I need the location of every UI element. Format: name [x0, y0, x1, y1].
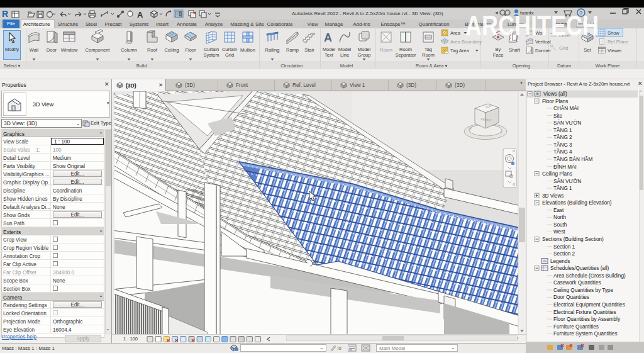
svg-text:Tag: Tag	[425, 47, 432, 52]
svg-text:Mullion: Mullion	[240, 47, 255, 53]
svg-text:North: North	[553, 215, 566, 220]
svg-text:Model: Model	[358, 47, 371, 52]
svg-text:TẦNG 3: TẦNG 3	[553, 142, 572, 148]
svg-text:Separator: Separator	[396, 52, 416, 58]
svg-text:Electrical Fixture Quantities: Electrical Fixture Quantities	[553, 310, 616, 315]
svg-text:Elevations (Building Elevation: Elevations (Building Elevation)	[542, 200, 612, 206]
svg-text:CHÂN MÁI: CHÂN MÁI	[553, 105, 579, 111]
svg-text:By: By	[496, 47, 501, 52]
svg-text:Room: Room	[422, 52, 435, 58]
svg-text:TẦNG 2: TẦNG 2	[553, 134, 572, 140]
svg-text:Column: Column	[121, 47, 137, 53]
svg-text:Tag Area: Tag Area	[450, 48, 469, 53]
svg-text:Model: Model	[338, 47, 352, 52]
svg-text:3D Views: 3D Views	[542, 193, 564, 199]
svg-text:Model: Model	[323, 47, 336, 52]
svg-text:Face: Face	[493, 52, 504, 58]
svg-text:Grid: Grid	[225, 52, 234, 58]
svg-text:Floor: Floor	[185, 47, 196, 53]
svg-text:R: R	[2, 9, 8, 18]
svg-text:Floor Quantities by Assembly: Floor Quantities by Assembly	[553, 317, 621, 322]
svg-text:Curtain: Curtain	[222, 47, 237, 52]
svg-text:Area: Area	[450, 30, 461, 36]
svg-text:Legends: Legends	[550, 259, 570, 264]
svg-text:Casework Quantities: Casework Quantities	[553, 280, 601, 286]
svg-text:Component: Component	[86, 47, 111, 53]
svg-text:Door Quantities: Door Quantities	[553, 294, 589, 300]
svg-text:Floor Plans: Floor Plans	[542, 99, 568, 104]
svg-text:Ceiling Quantities by Type: Ceiling Quantities by Type	[553, 288, 613, 293]
svg-text:A: A	[324, 31, 332, 44]
svg-text:Views (all): Views (all)	[543, 91, 567, 97]
svg-text:South: South	[553, 222, 567, 228]
svg-text:Furniture System Quantities: Furniture System Quantities	[553, 331, 617, 337]
svg-text:TẦNG 4: TẦNG 4	[553, 148, 572, 155]
svg-text:Ceiling Plans: Ceiling Plans	[542, 171, 572, 177]
svg-text:East: East	[553, 208, 564, 213]
svg-text:Section 1: Section 1	[553, 244, 575, 250]
svg-text:Viewer: Viewer	[608, 48, 622, 53]
svg-text:Grid: Grid	[559, 45, 568, 51]
svg-text:Group: Group	[358, 52, 371, 58]
svg-text:TẦNG 1: TẦNG 1	[553, 185, 572, 191]
svg-text:Window: Window	[61, 47, 78, 53]
svg-text:Ramp: Ramp	[286, 47, 299, 53]
svg-text:Electrical Equipment Quantitie: Electrical Equipment Quantities	[553, 302, 625, 308]
svg-text:Set: Set	[584, 47, 591, 53]
svg-text:Ref Plane: Ref Plane	[608, 39, 628, 45]
svg-text:TẦNG 1: TẦNG 1	[553, 127, 572, 133]
svg-text:West: West	[553, 229, 565, 235]
svg-text:System: System	[203, 52, 219, 58]
svg-text:A: A	[137, 10, 143, 18]
svg-text:Schedules/Quantities (all): Schedules/Quantities (all)	[550, 266, 609, 271]
svg-text:Room: Room	[380, 47, 392, 53]
svg-text:W: W	[469, 126, 472, 130]
svg-text:TẦNG BÁN HẦM: TẦNG BÁN HẦM	[553, 156, 593, 162]
svg-text:Roof: Roof	[147, 47, 158, 53]
svg-text:Stair: Stair	[304, 47, 314, 53]
svg-text:Text: Text	[325, 52, 334, 58]
svg-text:Curtain: Curtain	[204, 47, 219, 52]
svg-text:Railing: Railing	[265, 47, 280, 53]
svg-text:Section 2: Section 2	[553, 251, 575, 257]
svg-text:Dormer: Dormer	[535, 48, 552, 53]
svg-text:Wall: Wall	[30, 47, 39, 53]
svg-text:Door: Door	[47, 47, 57, 53]
svg-text:Shaft: Shaft	[509, 47, 520, 53]
svg-text:SÂN VƯỜN: SÂN VƯỜN	[553, 120, 582, 126]
svg-text:Site: Site	[553, 113, 563, 119]
svg-text:Line: Line	[340, 52, 349, 58]
svg-text:Area Schedule (Gross Building): Area Schedule (Gross Building)	[553, 273, 626, 279]
svg-text:ĐỈNH MÁI: ĐỈNH MÁI	[553, 163, 577, 170]
svg-text:SÂN VƯỜN: SÂN VƯỜN	[553, 178, 582, 184]
svg-text:Ceiling: Ceiling	[165, 47, 179, 53]
svg-text:Furniture Quantities: Furniture Quantities	[553, 324, 599, 330]
svg-text:Sections (Building Section): Sections (Building Section)	[542, 237, 604, 242]
svg-text:Room: Room	[399, 47, 412, 52]
